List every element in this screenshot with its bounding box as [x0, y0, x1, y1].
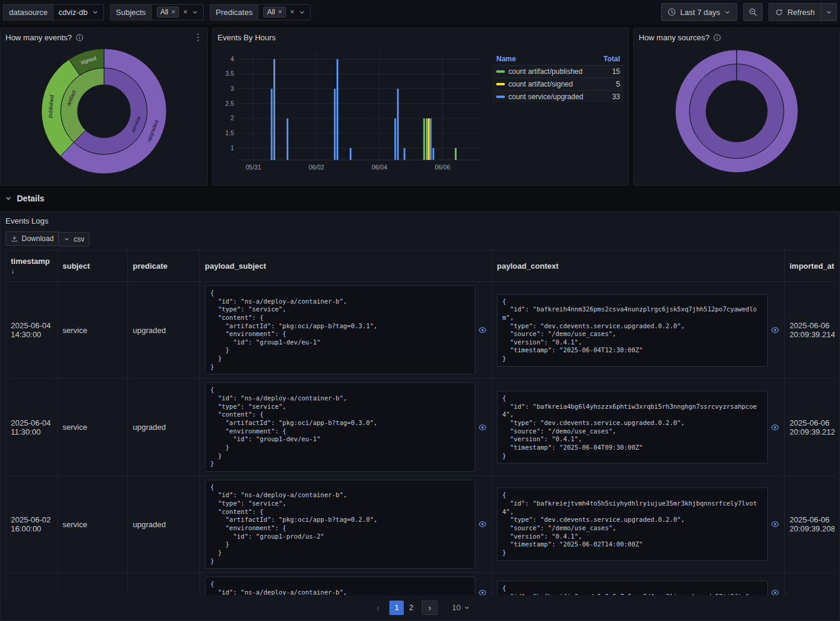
- events-by-hours-chart[interactable]: 11.522.533.5405/3106/0206/0406/06: [218, 44, 487, 178]
- datasource-label: datasource: [3, 4, 53, 20]
- events-donut-chart[interactable]: serviceartifactupgradedpublishedsigned: [39, 46, 169, 176]
- bar[interactable]: [426, 118, 428, 160]
- panel-title: How many events?: [5, 33, 72, 42]
- legend-name-header[interactable]: Name: [496, 55, 516, 63]
- bar[interactable]: [350, 148, 352, 160]
- chip-label: All: [267, 8, 275, 16]
- clock-icon: [668, 8, 676, 16]
- refresh-interval-button[interactable]: [821, 3, 837, 21]
- download-label: Download: [22, 234, 53, 243]
- sources-donut-chart[interactable]: [673, 47, 800, 175]
- bar[interactable]: [455, 148, 457, 160]
- panel-how-many-sources: How many sources?: [633, 28, 840, 186]
- col-header-payload-context[interactable]: payload_context: [492, 251, 785, 282]
- legend-row[interactable]: count artifact/signed5: [493, 78, 624, 90]
- inspect-value-button[interactable]: [478, 326, 487, 334]
- panel-menu-icon[interactable]: ⋮: [193, 32, 202, 43]
- sort-desc-icon[interactable]: ↓: [11, 267, 52, 275]
- clear-filter-icon[interactable]: ×: [290, 8, 294, 16]
- time-range-picker[interactable]: Last 7 days: [661, 3, 738, 21]
- payload-context-json: { "id": "bafkreia4bg6l4yhszzx6phtiw3xrqb…: [497, 391, 768, 463]
- time-range-label: Last 7 days: [680, 8, 720, 17]
- panel-title: Events Logs: [5, 216, 835, 225]
- bar[interactable]: [433, 148, 434, 160]
- zoom-out-button[interactable]: [743, 3, 762, 21]
- col-header-predicate[interactable]: predicate: [128, 251, 200, 282]
- page-button-2[interactable]: 2: [404, 601, 418, 615]
- inspect-value-button[interactable]: [771, 589, 779, 595]
- page-button-1[interactable]: 1: [389, 601, 404, 615]
- cell-imported-at: 2025-06-06 20:09:39.208: [785, 476, 835, 572]
- pagination-pages: 12: [389, 601, 418, 615]
- predicates-filter: Predicates All × ×: [210, 4, 311, 20]
- bar[interactable]: [394, 118, 396, 160]
- chevron-down-icon: [826, 9, 832, 16]
- bar[interactable]: [404, 148, 406, 160]
- datasource-select[interactable]: cdviz-db: [53, 4, 103, 20]
- refresh-button[interactable]: Refresh: [768, 3, 821, 21]
- series-total: 5: [616, 80, 620, 88]
- payload-context-json: { "id": "bafkreifiw2nnsdn6n3v6u7n6snn6d4…: [497, 581, 768, 595]
- subjects-select[interactable]: All × ×: [151, 4, 204, 20]
- download-button[interactable]: Download: [5, 231, 59, 246]
- bar[interactable]: [430, 118, 431, 160]
- prev-page-button[interactable]: ‹: [370, 601, 386, 615]
- row-title: Details: [17, 194, 44, 203]
- bar[interactable]: [273, 59, 275, 160]
- bar[interactable]: [334, 89, 336, 160]
- donut-slice-all[interactable]: [689, 64, 784, 158]
- remove-chip-icon[interactable]: ×: [278, 8, 282, 16]
- panel-title: Events By Hours: [218, 33, 276, 42]
- legend-header: Name Total: [493, 53, 624, 65]
- inspect-value-button[interactable]: [478, 423, 487, 432]
- legend-row[interactable]: count artifact/published15: [493, 65, 624, 78]
- payload-subject-json: { "id": "ns-a/deploy-a/container-b", "ty…: [205, 286, 475, 375]
- cell-payload-subject: { "id": "ns-a/deploy-a/container-b", "ty…: [200, 282, 492, 379]
- inspect-value-button[interactable]: [771, 520, 779, 528]
- datasource-value: cdviz-db: [58, 8, 87, 17]
- y-tick-label: 2.5: [225, 100, 234, 107]
- remove-chip-icon[interactable]: ×: [171, 8, 175, 16]
- predicates-select[interactable]: All × ×: [258, 4, 310, 20]
- bar[interactable]: [428, 118, 430, 160]
- inspect-value-button[interactable]: [771, 423, 779, 432]
- clear-filter-icon[interactable]: ×: [183, 8, 187, 16]
- chevron-down-icon: [192, 9, 198, 16]
- row-details-toggle[interactable]: Details: [0, 189, 840, 207]
- download-format-select[interactable]: csv: [59, 232, 90, 246]
- bar[interactable]: [336, 59, 338, 160]
- filter-chip[interactable]: All ×: [157, 7, 179, 17]
- col-header-timestamp[interactable]: timestamp ↓: [6, 251, 58, 282]
- col-header-subject[interactable]: subject: [58, 251, 128, 282]
- bar[interactable]: [271, 89, 273, 160]
- y-tick-label: 2: [231, 115, 234, 121]
- bar[interactable]: [397, 89, 399, 160]
- bar[interactable]: [287, 118, 288, 160]
- chevron-down-icon: [464, 605, 470, 611]
- events-table-body: 2025-06-04 14:30:00serviceupgraded{ "id"…: [6, 282, 835, 596]
- col-header-payload-subject[interactable]: payload_subject: [200, 251, 492, 282]
- zoom-out-icon: [749, 8, 757, 16]
- chip-label: All: [160, 8, 168, 16]
- next-page-button[interactable]: ›: [422, 601, 437, 615]
- cell-timestamp: 2025-06-04 14:30:00: [6, 282, 58, 379]
- table-header-row: timestamp ↓ subject predicate payload_su…: [6, 251, 835, 282]
- legend-row[interactable]: count service/upgraded33: [493, 90, 624, 103]
- filter-chip[interactable]: All ×: [263, 7, 285, 17]
- cell-payload-context: { "id": "bafkreiejtvmh4to5h5siyhydhlryiu…: [492, 476, 785, 572]
- refresh-icon: [775, 8, 783, 16]
- bar[interactable]: [423, 118, 425, 160]
- inspect-value-button[interactable]: [771, 326, 779, 334]
- legend-total-header[interactable]: Total: [603, 55, 620, 63]
- series-name: count service/upgraded: [508, 93, 609, 101]
- info-icon[interactable]: [713, 34, 721, 41]
- col-header-imported-at[interactable]: imported_at: [785, 251, 835, 282]
- inspect-value-button[interactable]: [478, 589, 487, 595]
- inspect-value-button[interactable]: [478, 520, 487, 528]
- chevron-down-icon: [64, 236, 70, 242]
- events-table-container: timestamp ↓ subject predicate payload_su…: [5, 250, 835, 595]
- panel-header: Events By Hours: [218, 33, 624, 42]
- page-size-select[interactable]: 10: [452, 603, 469, 612]
- info-icon[interactable]: [76, 34, 84, 41]
- series-total: 33: [612, 93, 620, 101]
